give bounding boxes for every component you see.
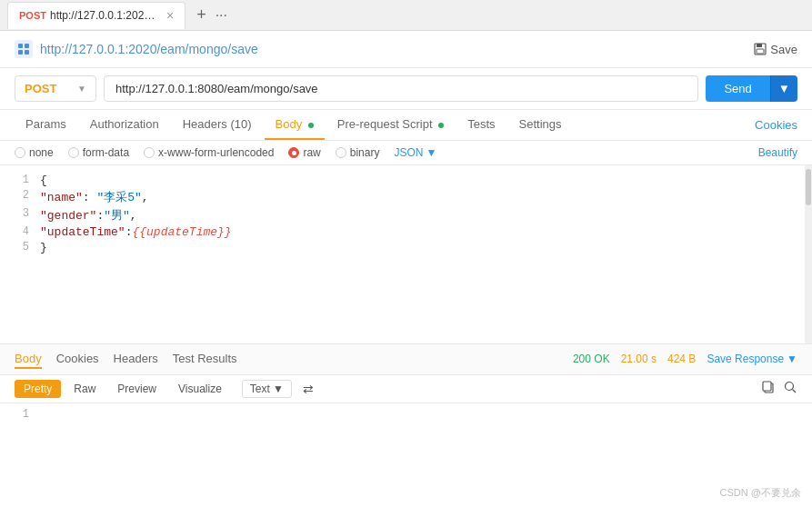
editor-scrollbar[interactable] [805, 165, 812, 343]
text-chevron-icon: ▼ [273, 383, 284, 395]
code-line-3: 3 "gender":"男", [0, 206, 812, 224]
svg-point-9 [786, 383, 794, 391]
code-editor[interactable]: 1 { 2 "name": "李采5", 3 "gender":"男", 4 "… [0, 165, 812, 344]
response-time: 21.00 s [621, 353, 657, 365]
response-tab-body[interactable]: Body [15, 350, 42, 369]
cookies-link[interactable]: Cookies [755, 118, 797, 132]
tab-params[interactable]: Params [15, 110, 77, 140]
save-button-top[interactable]: Save [754, 43, 797, 56]
response-tabs: Body Cookies Headers Test Results [15, 350, 237, 369]
active-tab[interactable]: POST http://127.0.0.1:2020/ea... × [7, 2, 185, 29]
send-dropdown-button[interactable]: ▼ [770, 75, 797, 102]
radio-binary-icon [336, 147, 346, 158]
method-label: POST [25, 82, 56, 95]
response-status: 200 OK [573, 353, 610, 365]
word-wrap-icon[interactable]: ⇄ [303, 382, 314, 396]
svg-rect-2 [18, 50, 23, 55]
radio-urlencoded[interactable]: x-www-form-urlencoded [144, 146, 274, 159]
radio-raw-icon [288, 147, 299, 158]
tab-authorization[interactable]: Authorization [79, 110, 170, 140]
tab-method: POST [19, 10, 46, 21]
tab-url: http://127.0.0.1:2020/ea... [50, 9, 159, 22]
response-line-1: 1 [7, 407, 805, 422]
send-dropdown-icon: ▼ [778, 82, 790, 95]
svg-rect-5 [757, 44, 762, 47]
code-line-4: 4 "updateTime":{{updateTime}} [0, 224, 812, 240]
save-icon [754, 43, 767, 55]
json-chevron-icon: ▼ [426, 146, 436, 159]
json-label: JSON [394, 146, 423, 159]
text-type-select[interactable]: Text ▼ [242, 380, 292, 398]
radio-raw[interactable]: raw [288, 146, 320, 159]
new-tab-button[interactable]: + [191, 5, 212, 25]
radio-form-data[interactable]: form-data [68, 146, 129, 159]
tab-bar: POST http://127.0.0.1:2020/ea... × + ··· [0, 0, 812, 31]
collection-url: http://127.0.0.1:2020/eam/mongo/save [40, 42, 258, 56]
tab-tests[interactable]: Tests [456, 110, 506, 140]
tab-body[interactable]: Body [265, 110, 325, 140]
code-line-5: 5 } [0, 240, 812, 255]
svg-line-10 [793, 390, 797, 393]
send-button-group: Send ▼ [706, 75, 797, 102]
pre-request-dot-icon [438, 123, 444, 128]
method-select[interactable]: POST ▼ [15, 75, 96, 102]
svg-rect-0 [18, 44, 23, 48]
save-label: Save [770, 43, 797, 56]
search-icon[interactable] [783, 380, 797, 397]
method-chevron-icon: ▼ [77, 84, 86, 94]
format-preview-button[interactable]: Preview [108, 380, 165, 398]
save-response-chevron-icon: ▼ [787, 353, 797, 365]
collection-icon [15, 40, 33, 58]
beautify-button[interactable]: Beautify [758, 146, 797, 159]
svg-rect-8 [763, 382, 771, 391]
json-type-select[interactable]: JSON ▼ [394, 146, 436, 159]
tab-pre-request-script[interactable]: Pre-request Script [326, 110, 455, 140]
more-tabs-button[interactable]: ··· [216, 7, 227, 24]
radio-binary[interactable]: binary [336, 146, 380, 159]
format-visualize-button[interactable]: Visualize [169, 380, 231, 398]
format-bar: Pretty Raw Preview Visualize Text ▼ ⇄ [0, 375, 812, 403]
svg-rect-3 [25, 50, 29, 55]
response-size: 424 B [667, 353, 696, 365]
response-tab-test-results[interactable]: Test Results [173, 350, 237, 369]
watermark: CSDN @不要兑余 [720, 486, 801, 500]
response-tab-cookies[interactable]: Cookies [56, 350, 99, 369]
tab-headers[interactable]: Headers (10) [172, 110, 263, 140]
response-header: Body Cookies Headers Test Results 200 OK… [0, 344, 812, 375]
url-display: http://127.0.0.1:2020/eam/mongo/save [15, 40, 258, 58]
main-panel: http://127.0.0.1:2020/eam/mongo/save Sav… [0, 31, 812, 507]
radio-none-icon [15, 147, 25, 158]
code-line-2: 2 "name": "李采5", [0, 188, 812, 206]
response-section: Body Cookies Headers Test Results 200 OK… [0, 344, 812, 508]
tab-close-icon[interactable]: × [166, 8, 174, 23]
body-dot-icon [308, 123, 314, 128]
copy-icon[interactable] [761, 380, 776, 397]
response-line-num: 1 [7, 408, 29, 421]
response-meta: 200 OK 21.00 s 424 B Save Response ▼ [573, 353, 797, 365]
format-raw-button[interactable]: Raw [65, 380, 105, 398]
radio-urlencoded-icon [144, 147, 155, 158]
save-response-button[interactable]: Save Response ▼ [707, 353, 797, 365]
code-line-1: 1 { [0, 173, 812, 188]
body-options: none form-data x-www-form-urlencoded raw… [0, 141, 812, 165]
send-button[interactable]: Send [706, 75, 769, 102]
url-area: http://127.0.0.1:2020/eam/mongo/save Sav… [0, 31, 812, 68]
nav-tabs: Params Authorization Headers (10) Body P… [0, 110, 812, 141]
svg-rect-6 [757, 49, 764, 54]
text-label: Text [250, 383, 270, 395]
response-body: 1 [0, 403, 812, 508]
svg-rect-1 [25, 44, 29, 48]
radio-form-data-icon [68, 147, 79, 158]
radio-none[interactable]: none [15, 146, 54, 159]
response-tab-headers[interactable]: Headers [114, 350, 158, 369]
url-input[interactable] [104, 75, 698, 102]
request-bar: POST ▼ Send ▼ [0, 68, 812, 110]
format-pretty-button[interactable]: Pretty [15, 380, 61, 398]
tab-settings[interactable]: Settings [508, 110, 573, 140]
